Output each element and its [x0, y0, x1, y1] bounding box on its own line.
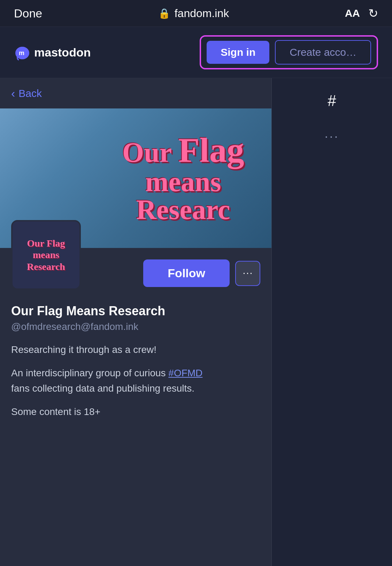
profile-topbar: ‹ Back [0, 78, 271, 108]
chevron-left-icon: ‹ [11, 86, 15, 100]
text-size-button[interactable]: AA [345, 7, 360, 19]
reload-button[interactable]: ↻ [368, 6, 378, 20]
browser-chrome: Done 🔒 fandom.ink AA ↻ [0, 0, 392, 27]
follow-button[interactable]: Follow [143, 259, 230, 287]
bio-line3: Some content is 18+ [11, 404, 260, 419]
mastodon-logo-icon: m [14, 44, 31, 61]
bio-line2: An interdisciplinary group of curious #O… [11, 365, 260, 396]
right-panel: # ··· [272, 78, 392, 566]
more-options-button[interactable]: ⋮ [235, 261, 260, 286]
ofmd-hashtag-link[interactable]: #OFMD [168, 368, 202, 378]
avatar-text: Our FlagmeansResearch [24, 235, 68, 276]
svg-text:m: m [19, 50, 24, 56]
profile-info: Our Flag Means Research @ofmdresearch@fa… [0, 295, 271, 436]
bio-line2-prefix: An interdisciplinary group of curious [11, 368, 168, 378]
profile-avatar: Our FlagmeansResearch [11, 220, 81, 290]
banner-line2: means [145, 166, 221, 197]
done-button[interactable]: Done [14, 7, 42, 20]
profile-panel: ‹ Back Our Flag means Researc Our Flagme… [0, 78, 272, 566]
auth-buttons-group: Sign in Create acco… [200, 35, 378, 69]
url-bar: 🔒 fandom.ink [158, 7, 229, 20]
create-account-button[interactable]: Create acco… [275, 40, 371, 65]
profile-avatar-row: Our FlagmeansResearch Follow ⋮ [0, 220, 271, 295]
back-button[interactable]: ‹ Back [11, 86, 42, 100]
back-label: Back [18, 88, 42, 99]
bio-line1: Researching it through as a crew! [11, 342, 260, 357]
mastodon-navbar: m mastodon Sign in Create acco… [0, 27, 392, 78]
banner-line1: Our Flag [122, 137, 244, 168]
banner-title: Our Flag means Researc [122, 133, 244, 224]
mastodon-logo: m mastodon [14, 44, 91, 61]
content-area: ‹ Back Our Flag means Researc Our Flagme… [0, 78, 392, 566]
profile-handle: @ofmdresearch@fandom.ink [11, 321, 260, 332]
signin-button[interactable]: Sign in [207, 41, 269, 64]
profile-bio: Researching it through as a crew! An int… [11, 342, 260, 420]
url-text: fandom.ink [175, 7, 229, 20]
profile-name: Our Flag Means Research [11, 304, 260, 318]
browser-controls: AA ↻ [345, 6, 378, 20]
lock-icon: 🔒 [158, 8, 170, 19]
vertical-dots-icon: ⋮ [243, 269, 253, 278]
hashtag-icon: # [322, 86, 341, 115]
right-panel-more-icon[interactable]: ··· [324, 129, 339, 144]
profile-actions: Follow ⋮ [143, 259, 260, 290]
mastodon-logo-text: mastodon [34, 46, 91, 59]
